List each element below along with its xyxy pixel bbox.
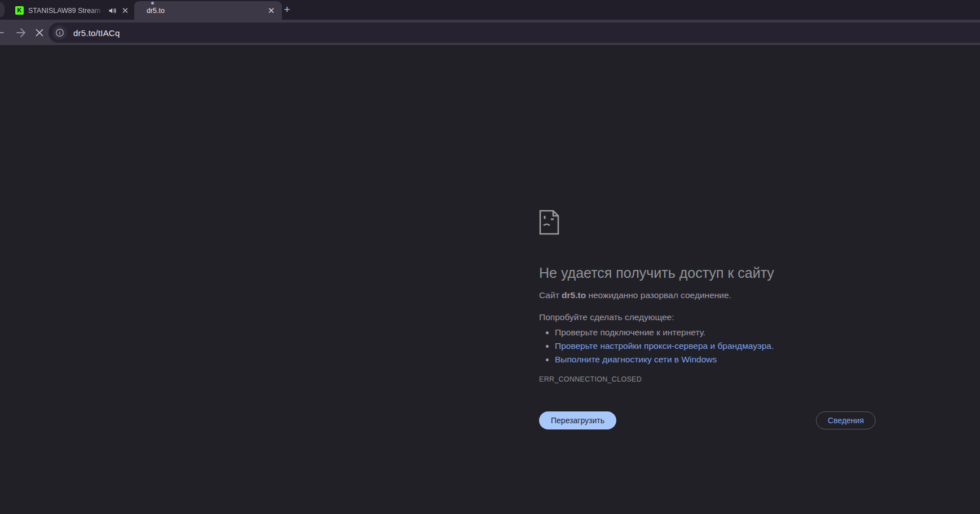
proxy-settings-link[interactable]: Проверьте настройки прокси-сервера и бра… <box>555 341 771 351</box>
close-tab-icon[interactable]: ✕ <box>120 6 130 16</box>
url-text[interactable]: dr5.to/tIACq <box>73 28 120 38</box>
error-page: Не удается получить доступ к сайту Сайт … <box>539 210 877 429</box>
suggestion-check-connection: Проверьте подключение к интернету. <box>555 326 877 339</box>
new-tab-button[interactable]: + <box>280 3 294 16</box>
error-buttons-row: Перезагрузить Сведения <box>539 411 876 429</box>
tab-title: dr5.to <box>147 7 266 15</box>
details-button[interactable]: Сведения <box>816 411 876 429</box>
suggestion-check-proxy: Проверьте настройки прокси-сервера и бра… <box>555 339 877 353</box>
suggestions-label: Попробуйте сделать следующее: <box>539 312 877 322</box>
cropped-tab-edge <box>0 2 5 17</box>
sad-page-icon <box>539 210 559 235</box>
tab-title: STANISLAW89 Stream - Wat <box>28 7 108 15</box>
address-bar[interactable]: dr5.to/tIACq <box>48 23 980 43</box>
suggestion-suffix: . <box>771 341 774 351</box>
browser-toolbar: dr5.to/tIACq <box>0 20 980 45</box>
kick-favicon-icon: K <box>15 6 24 15</box>
error-message-prefix: Сайт <box>539 290 562 300</box>
suggestions-list: Проверьте подключение к интернету. Прове… <box>539 326 877 366</box>
page-content: Не удается получить доступ к сайту Сайт … <box>0 45 980 514</box>
error-code: ERR_CONNECTION_CLOSED <box>539 375 877 383</box>
suggestion-run-diagnostics: Выполните диагностику сети в Windows <box>555 353 877 366</box>
audio-playing-icon[interactable] <box>108 6 117 15</box>
error-message-suffix: неожиданно разорвал соединение. <box>586 290 731 300</box>
back-button-icon[interactable] <box>0 26 6 39</box>
site-info-icon[interactable] <box>52 25 67 40</box>
error-message: Сайт dr5.to неожиданно разорвал соединен… <box>539 290 877 301</box>
tab-dr5to-active[interactable]: dr5.to ✕ <box>134 1 282 20</box>
forward-button-icon[interactable] <box>15 26 28 39</box>
close-tab-icon[interactable]: ✕ <box>266 6 276 16</box>
tab-favicon-fragment <box>151 2 154 5</box>
reload-button[interactable]: Перезагрузить <box>539 411 616 429</box>
stop-loading-icon[interactable] <box>33 26 46 39</box>
error-site-name: dr5.to <box>562 290 586 300</box>
tab-stanislaw-stream[interactable]: K STANISLAW89 Stream - Wat ✕ <box>6 1 134 20</box>
suggestion-text: Проверьте подключение к интернету. <box>555 327 705 337</box>
error-title: Не удается получить доступ к сайту <box>539 264 877 282</box>
network-diagnostics-link[interactable]: Выполните диагностику сети в Windows <box>555 355 717 364</box>
tab-strip: K STANISLAW89 Stream - Wat ✕ dr5.to ✕ + <box>0 0 980 20</box>
